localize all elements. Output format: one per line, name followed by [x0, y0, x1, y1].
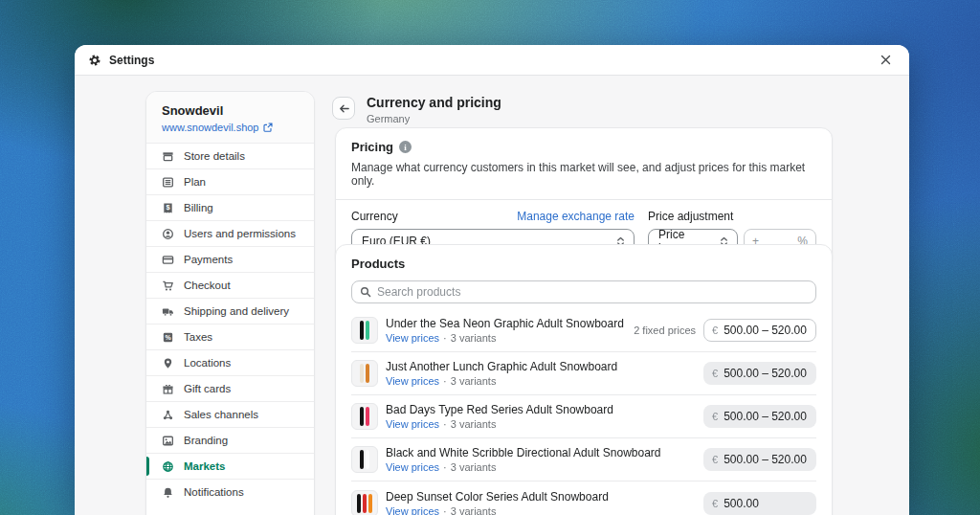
price-field: € 500.00 – 520.00 — [703, 405, 816, 428]
variants-count: 3 variants — [451, 332, 497, 344]
sidebar-item-gift-cards[interactable]: Gift cards — [146, 375, 314, 401]
sidebar-item-billing[interactable]: $ Billing — [146, 194, 314, 220]
sidebar-item-notifications[interactable]: Notifications — [146, 479, 314, 504]
sidebar-item-label: Plan — [184, 176, 206, 188]
close-icon — [880, 55, 891, 65]
svg-text:%: % — [165, 333, 170, 340]
price-value: 500.00 – 520.00 — [724, 453, 807, 466]
product-name: Just Another Lunch Graphic Adult Snowboa… — [386, 360, 617, 373]
sidebar-item-label: Notifications — [184, 486, 244, 498]
sidebar-item-taxes[interactable]: % Taxes — [146, 324, 314, 349]
variants-count: 3 variants — [451, 418, 497, 430]
store-icon — [162, 150, 174, 163]
settings-sidebar: Snowdevil www.snowdevil.shop Store detai… — [145, 91, 315, 515]
checkout-icon — [162, 280, 174, 292]
store-header: Snowdevil www.snowdevil.shop — [146, 92, 314, 143]
currency-symbol: € — [712, 454, 718, 465]
sidebar-item-label: Billing — [184, 202, 213, 213]
pricing-description: Manage what currency customers in this m… — [351, 161, 816, 188]
product-name: Black and White Scribble Directional Adu… — [386, 446, 660, 459]
separator: · — [443, 332, 447, 344]
variants-count: 3 variants — [451, 375, 497, 387]
product-row: Black and White Scribble Directional Adu… — [351, 438, 816, 481]
modal-header: Settings — [75, 45, 909, 76]
price-adjustment-label: Price adjustment — [648, 210, 733, 223]
sidebar-item-label: Taxes — [184, 331, 212, 343]
product-list: Under the Sea Neon Graphic Adult Snowboa… — [351, 309, 816, 515]
fixed-prices-note: 2 fixed prices — [634, 325, 696, 336]
product-name: Deep Sunset Color Series Adult Snowboard — [386, 490, 609, 504]
product-thumbnail — [351, 403, 378, 430]
close-button[interactable] — [875, 50, 896, 71]
sidebar-item-label: Shipping and delivery — [184, 305, 289, 317]
manage-exchange-rate-link[interactable]: Manage exchange rate — [517, 210, 635, 223]
product-row: Deep Sunset Color Series Adult Snowboard… — [351, 481, 816, 515]
sidebar-item-locations[interactable]: Locations — [146, 349, 314, 375]
external-link-icon — [263, 123, 273, 132]
view-prices-link[interactable]: View prices — [386, 505, 439, 515]
product-name: Under the Sea Neon Graphic Adult Snowboa… — [386, 317, 624, 330]
sidebar-item-payments[interactable]: Payments — [146, 246, 314, 272]
info-icon[interactable]: i — [399, 141, 412, 153]
sidebar-item-branding[interactable]: Branding — [146, 427, 314, 453]
bell-icon — [162, 486, 174, 499]
view-prices-link[interactable]: View prices — [386, 418, 439, 430]
branding-icon — [162, 435, 174, 447]
sidebar-item-shipping[interactable]: Shipping and delivery — [146, 298, 314, 324]
page-header: Currency and pricing Germany — [332, 95, 501, 124]
currency-label: Currency — [351, 210, 398, 223]
sidebar-item-label: Users and permissions — [184, 228, 296, 239]
store-name: Snowdevil — [162, 103, 299, 118]
store-url-text: www.snowdevil.shop — [162, 122, 259, 133]
channels-icon — [162, 409, 174, 421]
settings-modal: Settings Snowdevil www.snowdevil.shop — [75, 45, 909, 515]
price-value: 500.00 — [724, 497, 759, 510]
back-button[interactable] — [332, 97, 355, 120]
sidebar-item-plan[interactable]: Plan — [146, 168, 314, 194]
currency-symbol: € — [712, 411, 718, 422]
price-value: 500.00 – 520.00 — [724, 324, 807, 337]
payments-icon — [162, 254, 174, 266]
view-prices-link[interactable]: View prices — [386, 461, 439, 473]
pricing-title: Pricing — [351, 140, 393, 154]
separator: · — [443, 461, 447, 473]
search-input[interactable] — [377, 285, 808, 299]
price-value: 500.00 – 520.00 — [724, 410, 807, 423]
products-card: Products Under the Sea Neon Graphic Adul… — [335, 244, 833, 515]
view-prices-link[interactable]: View prices — [386, 375, 439, 387]
price-field: € 500.00 – 520.00 — [703, 362, 816, 385]
products-title: Products — [351, 257, 816, 271]
store-url-link[interactable]: www.snowdevil.shop — [162, 122, 299, 133]
billing-icon: $ — [162, 202, 174, 214]
sidebar-item-checkout[interactable]: Checkout — [146, 272, 314, 298]
taxes-icon: % — [162, 331, 174, 344]
separator: · — [443, 418, 447, 430]
currency-symbol: € — [712, 325, 718, 336]
price-field: € 500.00 — [703, 492, 816, 515]
pin-icon — [162, 357, 174, 369]
truck-icon — [162, 305, 174, 318]
price-field[interactable]: € 500.00 – 520.00 — [703, 319, 816, 342]
sidebar-item-label: Checkout — [184, 280, 231, 291]
product-thumbnail — [351, 360, 378, 387]
product-row: Bad Days Type Red Series Adult Snowboard… — [351, 395, 816, 438]
page-title: Currency and pricing — [367, 95, 501, 110]
sidebar-item-label: Markets — [184, 460, 225, 472]
search-icon — [360, 286, 371, 298]
sidebar-item-markets[interactable]: Markets — [146, 453, 314, 479]
product-thumbnail — [351, 317, 378, 344]
sidebar-item-users[interactable]: Users and permissions — [146, 220, 314, 246]
view-prices-link[interactable]: View prices — [386, 332, 439, 344]
sidebar-item-sales-channels[interactable]: Sales channels — [146, 401, 314, 427]
sidebar-item-label: Locations — [184, 357, 231, 369]
sidebar-item-label: Store details — [184, 150, 245, 162]
product-search[interactable] — [351, 280, 816, 303]
price-value: 500.00 – 520.00 — [724, 367, 807, 380]
currency-symbol: € — [712, 498, 718, 509]
sidebar-item-label: Sales channels — [184, 409, 258, 420]
sidebar-item-store-details[interactable]: Store details — [146, 143, 314, 168]
product-row: Just Another Lunch Graphic Adult Snowboa… — [351, 352, 816, 395]
sidebar-item-label: Payments — [184, 254, 233, 265]
modal-body: Snowdevil www.snowdevil.shop Store detai… — [75, 76, 909, 515]
currency-symbol: € — [712, 368, 718, 379]
